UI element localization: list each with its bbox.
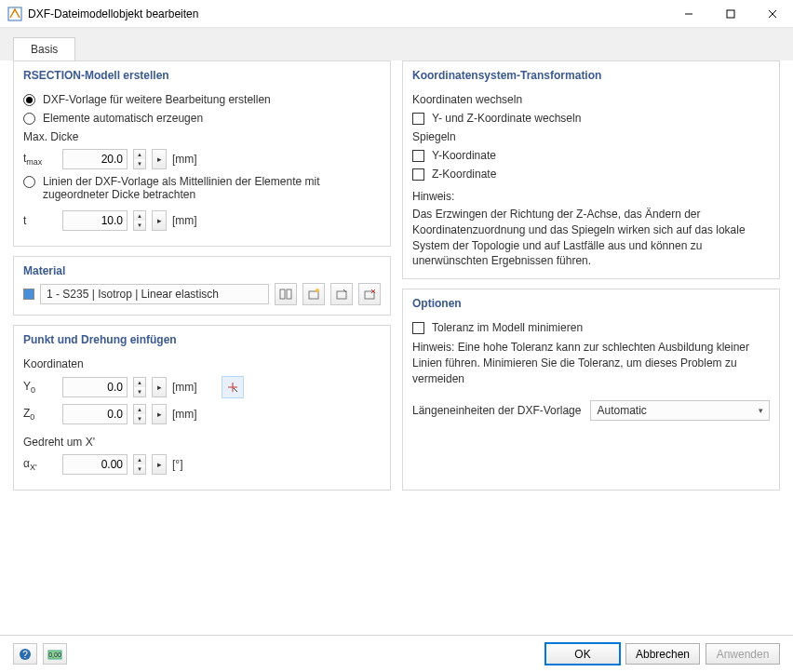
material-library-button[interactable] [275, 283, 297, 305]
material-new-button[interactable] [302, 283, 325, 305]
check-mirror-z-label: Z-Koordinate [432, 168, 496, 181]
material-delete-button[interactable] [358, 283, 381, 305]
tmax-pick[interactable]: ▸ [152, 149, 167, 169]
pick-point-button[interactable] [222, 376, 244, 398]
cancel-button[interactable]: Abbrechen [625, 643, 700, 665]
ok-button[interactable]: OK [545, 643, 620, 665]
svg-rect-5 [280, 289, 285, 299]
check-min-tolerance-label: Toleranz im Modell minimieren [432, 321, 583, 334]
help-icon: ? [19, 648, 32, 661]
panel-options: Optionen Toleranz im Modell minimieren H… [402, 289, 780, 491]
material-combo[interactable]: 1 - S235 | Isotrop | Linear elastisch [40, 284, 269, 304]
close-button[interactable] [751, 0, 793, 28]
panel-material: Material 1 - S235 | Isotrop | Linear ela… [13, 256, 391, 316]
app-icon [7, 7, 22, 21]
apply-button[interactable]: Anwenden [706, 643, 780, 665]
check-min-tolerance[interactable]: Toleranz im Modell minimieren [412, 321, 770, 334]
delete-icon [363, 288, 376, 301]
y0-pick[interactable]: ▸ [152, 377, 167, 397]
z0-label: Z0 [23, 407, 57, 422]
book-icon [279, 288, 292, 301]
dialog-footer: ? 0,00 OK Abbrechen Anwenden [0, 635, 793, 672]
length-units-value: Automatic [597, 404, 646, 417]
length-units-combo[interactable]: Automatic ▾ [590, 400, 770, 421]
swap-caption: Koordinaten wechseln [412, 93, 770, 106]
t-unit: [mm] [172, 214, 197, 227]
panel-options-title: Optionen [403, 289, 779, 316]
mirror-caption: Spiegeln [412, 130, 770, 143]
minimize-button[interactable] [667, 0, 709, 28]
alpha-pick[interactable]: ▸ [152, 454, 167, 475]
tmax-unit: [mm] [172, 153, 197, 166]
help-button[interactable]: ? [13, 643, 37, 665]
units-icon: 0,00 [47, 648, 62, 661]
y0-label: Y0 [23, 380, 57, 395]
svg-rect-7 [309, 291, 318, 299]
tolerance-hint: Hinweis: Eine hohe Toleranz kann zur sch… [412, 340, 770, 386]
pick-cursor-icon [226, 381, 239, 394]
radio-auto-elements[interactable]: Elemente automatisch erzeugen [23, 112, 381, 125]
new-icon [307, 288, 320, 301]
radio-icon [23, 94, 35, 106]
z0-unit: [mm] [172, 408, 197, 421]
chevron-down-icon: ▾ [759, 406, 763, 415]
panel-material-title: Material [14, 257, 390, 283]
t-input[interactable] [62, 210, 128, 231]
tab-basic[interactable]: Basis [13, 37, 75, 60]
svg-rect-2 [727, 10, 734, 18]
checkbox-icon [412, 113, 424, 125]
t-stepper[interactable]: ▲▼ [133, 210, 146, 231]
alpha-stepper[interactable]: ▲▼ [133, 454, 146, 475]
check-mirror-y-label: Y-Koordinate [432, 149, 496, 162]
panel-insert-title: Punkt und Drehung einfügen [14, 326, 390, 352]
svg-point-8 [316, 289, 319, 292]
alpha-input[interactable] [62, 454, 128, 475]
material-swatch [23, 289, 34, 300]
material-edit-button[interactable] [330, 283, 353, 305]
svg-rect-6 [287, 289, 291, 299]
radio-icon [23, 176, 35, 188]
tab-strip: Basis [0, 28, 793, 60]
tmax-label: tmax [23, 152, 57, 167]
panel-csys: Koordinatensystem-Transformation Koordin… [402, 60, 780, 279]
alpha-unit: [°] [172, 458, 182, 471]
panel-rsection: RSECTION-Modell erstellen DXF-Vorlage fü… [13, 60, 391, 247]
radio-template[interactable]: DXF-Vorlage für weitere Bearbeitung erst… [23, 93, 381, 106]
svg-rect-9 [337, 291, 346, 299]
check-swap-yz-label: Y- und Z-Koordinate wechseln [432, 112, 581, 125]
material-value: 1 - S235 | Isotrop | Linear elastisch [47, 288, 219, 301]
radio-centerlines[interactable]: Linien der DXF-Vorlage als Mittellinien … [23, 175, 381, 201]
tmax-stepper[interactable]: ▲▼ [133, 149, 146, 169]
csys-hint-text: Das Erzwingen der Richtung der Z-Achse, … [412, 207, 770, 269]
radio-icon [23, 113, 35, 125]
panel-insert: Punkt und Drehung einfügen Koordinaten Y… [13, 325, 391, 491]
y0-unit: [mm] [172, 381, 197, 394]
svg-text:0,00: 0,00 [48, 652, 61, 658]
units-button[interactable]: 0,00 [43, 643, 67, 665]
maximize-button[interactable] [709, 0, 751, 28]
t-label: t [23, 214, 57, 227]
window-title: DXF-Dateimodellobjekt bearbeiten [28, 7, 667, 20]
coords-caption: Koordinaten [23, 357, 381, 370]
csys-hint-label: Hinweis: [412, 190, 770, 203]
y0-input[interactable] [62, 377, 128, 397]
panel-csys-title: Koordinatensystem-Transformation [403, 61, 779, 87]
titlebar: DXF-Dateimodellobjekt bearbeiten [0, 0, 793, 28]
z0-stepper[interactable]: ▲▼ [133, 404, 146, 424]
tmax-input[interactable] [62, 149, 128, 169]
z0-input[interactable] [62, 404, 128, 424]
radio-centerlines-label: Linien der DXF-Vorlage als Mittellinien … [43, 175, 381, 201]
length-units-label: Längeneinheiten der DXF-Vorlage [412, 404, 581, 417]
radio-auto-label: Elemente automatisch erzeugen [43, 112, 203, 125]
check-swap-yz[interactable]: Y- und Z-Koordinate wechseln [412, 112, 770, 125]
svg-text:?: ? [22, 650, 28, 660]
check-mirror-y[interactable]: Y-Koordinate [412, 149, 770, 162]
panel-rsection-title: RSECTION-Modell erstellen [14, 61, 390, 87]
z0-pick[interactable]: ▸ [152, 404, 167, 424]
y0-stepper[interactable]: ▲▼ [133, 377, 146, 397]
t-pick[interactable]: ▸ [152, 210, 167, 231]
check-mirror-z[interactable]: Z-Koordinate [412, 168, 770, 181]
radio-template-label: DXF-Vorlage für weitere Bearbeitung erst… [43, 93, 271, 106]
edit-icon [335, 288, 348, 301]
max-thick-caption: Max. Dicke [23, 130, 381, 143]
